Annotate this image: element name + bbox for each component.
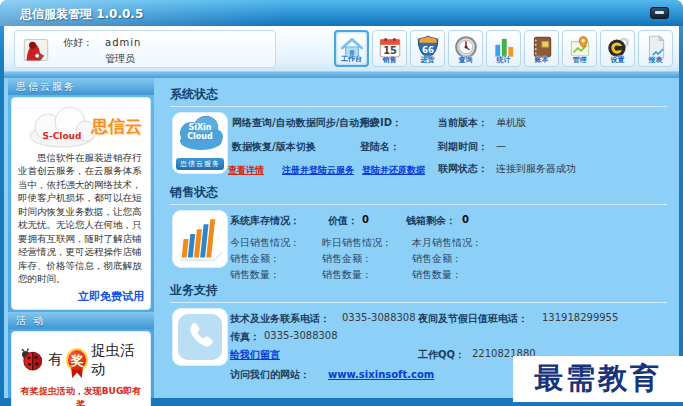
sidebar-activity-header: 活 动 bbox=[8, 312, 154, 329]
expire-value: — bbox=[496, 140, 506, 151]
user-avatar-icon bbox=[22, 36, 50, 64]
cloud-service-card: S-Cloud 思信云 思信软件在服装进销存行业首创云服务，在云服务体系当中，依… bbox=[11, 97, 151, 310]
activity-card: 有 奖 捉虫活动 有奖捉虫活动，发现BUG即有奖 促销有 礼 活动 购买有礼！三… bbox=[11, 331, 151, 406]
toolbar-home-label: 工作台 bbox=[336, 54, 367, 64]
toolbar-stats-button[interactable]: 统计 bbox=[486, 30, 521, 67]
cloud-logo: S-Cloud 思信云 bbox=[18, 103, 144, 149]
login-name-label: 登陆名： bbox=[360, 140, 400, 154]
award-ribbon-icon: 奖 bbox=[66, 348, 88, 372]
svg-text:SiXin: SiXin bbox=[188, 123, 211, 132]
month-qty-label: 销售数量： bbox=[412, 268, 462, 282]
business-support-title: 业务支持 bbox=[170, 282, 667, 303]
sales-chart-card bbox=[172, 210, 228, 268]
system-status-title: 系统状态 bbox=[170, 86, 667, 107]
bug-banner-caption: 有奖捉虫活动，发现BUG即有奖 bbox=[18, 385, 144, 406]
toolbar-sales-button[interactable]: 15 销售 bbox=[372, 30, 407, 67]
svg-text:66: 66 bbox=[421, 45, 433, 55]
today-qty-label: 销售数量： bbox=[230, 268, 280, 282]
greeting-label: 你好： bbox=[63, 36, 93, 50]
sixin-cloud-icon: SiXin Cloud bbox=[173, 113, 227, 157]
expire-label: 到期时间： bbox=[438, 140, 488, 154]
yesterday-sales-label: 昨日销售情况： bbox=[322, 236, 392, 250]
night-phone-label: 夜间及节假日值班电话： bbox=[418, 312, 528, 326]
sidebar: 思信云服务 S-Cloud 思信云 思信软件在服装进销存行业首创云服务，在云服务… bbox=[8, 78, 154, 398]
today-sales-label: 今日销售情况： bbox=[230, 236, 300, 250]
work-qq-label: 工作QQ： bbox=[418, 348, 465, 362]
toolbar-sales-label: 销售 bbox=[373, 55, 406, 65]
version-value: 单机版 bbox=[496, 116, 526, 130]
cashbox-value: 0 bbox=[462, 214, 469, 225]
phone-icon bbox=[183, 320, 217, 354]
register-cloud-link[interactable]: 注册并登陆云服务 bbox=[282, 164, 354, 177]
tech-phone-value: 0335-3088308 bbox=[342, 312, 416, 323]
fax-value: 0335-3088308 bbox=[264, 330, 338, 341]
sidebar-cloud-header: 思信云服务 bbox=[8, 78, 154, 95]
watermark: 最需教育 bbox=[513, 356, 683, 402]
phone-pad bbox=[178, 314, 222, 360]
cloud-card-banner: 思信云服务 bbox=[176, 158, 224, 170]
toolbar-report-label: 报表 bbox=[639, 55, 672, 65]
svg-text:Cloud: Cloud bbox=[187, 132, 213, 141]
cloud-brand-title: 思信云 bbox=[91, 115, 142, 138]
sales-status-section: 销售状态 系统库存情况： 价值： 0 bbox=[170, 184, 667, 276]
stock-value: 0 bbox=[362, 214, 369, 225]
toolbar-purchase-button[interactable]: 66 进货 bbox=[410, 30, 445, 67]
app-window: 思信服装管理 1.0.0.5 你好： admin 管理员 bbox=[0, 0, 683, 406]
header-band: 你好： admin 管理员 工作台 bbox=[4, 26, 679, 72]
cashbox-label: 钱箱剩余： bbox=[406, 214, 456, 228]
toolbar-report-button[interactable]: 报表 bbox=[638, 30, 673, 67]
cloud-description: 思信软件在服装进销存行业首创云服务，在云服务体系当中，依托强大的网络技术，即使客… bbox=[18, 151, 144, 286]
ladybug-icon bbox=[18, 347, 45, 373]
main-toolbar: 工作台 15 销售 66 bbox=[334, 30, 673, 67]
yesterday-amount-label: 销售金额： bbox=[322, 252, 372, 266]
toolbar-ledger-label: 账本 bbox=[525, 55, 558, 65]
user-role: 管理员 bbox=[105, 52, 135, 66]
cloud-service-mini-card: SiXin Cloud 思信云服务 bbox=[172, 112, 228, 174]
month-sales-label: 本月销售情况： bbox=[412, 236, 482, 250]
toolbar-settings-label: 设置 bbox=[601, 55, 634, 65]
username: admin bbox=[105, 37, 141, 48]
sales-status-title: 销售状态 bbox=[170, 184, 667, 205]
bug-hunt-banner[interactable]: 有 奖 捉虫活动 bbox=[18, 337, 144, 385]
yesterday-qty-label: 销售数量： bbox=[322, 268, 372, 282]
leave-message-link[interactable]: 给我们留言 bbox=[230, 348, 280, 362]
title-bar: 思信服装管理 1.0.0.5 bbox=[0, 0, 683, 26]
toolbar-settings-button[interactable]: 设置 bbox=[600, 30, 635, 67]
toolbar-stats-label: 统计 bbox=[487, 55, 520, 65]
main-content: 系统状态 SiXin Cloud 思信云服务 网络查询/自动数据同步/自动升级 … bbox=[154, 78, 679, 398]
toolbar-manage-button[interactable]: 管理 bbox=[562, 30, 597, 67]
fax-label: 传真： bbox=[230, 330, 260, 344]
system-feature-2: 数据恢复/版本切换 bbox=[232, 140, 316, 154]
svg-text:S-Cloud: S-Cloud bbox=[43, 131, 82, 141]
toolbar-home-button[interactable]: 工作台 bbox=[334, 30, 369, 67]
today-amount-label: 销售金额： bbox=[230, 252, 280, 266]
restore-data-link[interactable]: 登陆并还原数据 bbox=[362, 164, 425, 177]
system-feature-1: 网络查询/自动数据同步/自动升级 bbox=[232, 116, 379, 130]
minimize-button[interactable] bbox=[650, 7, 669, 19]
toolbar-query-label: 查询 bbox=[449, 55, 482, 65]
support-phone-card bbox=[172, 308, 228, 366]
minimize-icon bbox=[655, 11, 664, 14]
stock-label: 系统库存情况： bbox=[230, 214, 300, 228]
free-trial-link[interactable]: 立即免费试用 bbox=[18, 289, 144, 304]
network-status-label: 联网状态： bbox=[438, 162, 488, 176]
stock-value-label: 价值： bbox=[328, 214, 358, 228]
night-phone-value: 131918299955 bbox=[542, 312, 618, 323]
window-title: 思信服装管理 1.0.0.5 bbox=[20, 6, 143, 23]
svg-text:15: 15 bbox=[383, 45, 397, 56]
view-details-link[interactable]: 查看详情 bbox=[228, 164, 264, 177]
toolbar-ledger-button[interactable]: 账本 bbox=[524, 30, 559, 67]
website-label: 访问我们的网站： bbox=[230, 368, 310, 382]
bug-banner-text-prefix: 有 bbox=[48, 350, 63, 369]
toolbar-purchase-label: 进货 bbox=[411, 55, 444, 65]
system-status-section: 系统状态 SiXin Cloud 思信云服务 网络查询/自动数据同步/自动升级 … bbox=[170, 86, 667, 182]
website-link[interactable]: www.sixinsoft.com bbox=[328, 369, 434, 380]
version-label: 当前版本： bbox=[438, 116, 488, 130]
tech-phone-label: 技术及业务联系电话： bbox=[230, 312, 330, 326]
bug-banner-text-suffix: 捉虫活动 bbox=[91, 341, 144, 379]
toolbar-query-button[interactable]: 查询 bbox=[448, 30, 483, 67]
network-status-value: 连接到服务器成功 bbox=[496, 162, 576, 176]
toolbar-manage-label: 管理 bbox=[563, 55, 596, 65]
user-greeting-box: 你好： admin 管理员 bbox=[14, 30, 276, 68]
app-body: 你好： admin 管理员 工作台 bbox=[4, 26, 679, 398]
